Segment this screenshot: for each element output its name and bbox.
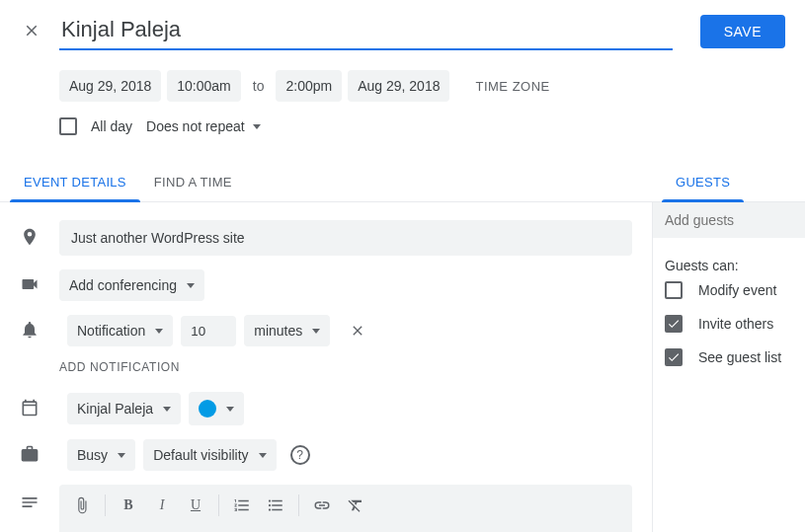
link-button[interactable] [307,491,337,520]
chevron-down-icon [163,407,171,412]
chevron-down-icon [226,407,234,412]
toolbar-divider [298,494,299,516]
conferencing-dropdown[interactable]: Add conferencing [59,269,204,301]
modify-event-checkbox[interactable] [665,281,683,299]
bullet-list-button[interactable] [261,491,290,520]
start-time-picker[interactable]: 10:00am [167,70,240,102]
invite-others-label: Invite others [698,316,773,332]
attach-button[interactable] [67,491,97,520]
chevron-down-icon [312,329,320,334]
tab-find-a-time[interactable]: FIND A TIME [140,165,246,201]
toolbar-divider [218,494,219,516]
calendar-icon [20,398,40,420]
event-color-dropdown[interactable] [189,392,244,425]
toolbar-divider [105,494,106,516]
notification-amount-input[interactable] [181,316,236,346]
to-label: to [247,78,271,94]
chevron-down-icon [155,329,163,334]
location-input[interactable] [59,220,632,256]
bold-button[interactable]: B [114,491,143,520]
tab-event-details[interactable]: EVENT DETAILS [10,165,140,201]
chevron-down-icon [187,283,195,288]
calendar-owner-label: Kinjal Paleja [77,401,153,417]
availability-dropdown[interactable]: Busy [67,439,135,471]
modify-event-label: Modify event [698,282,776,298]
end-time-picker[interactable]: 2:00pm [276,70,342,102]
allday-checkbox[interactable] [59,117,77,135]
chevron-down-icon [259,453,267,458]
recurrence-dropdown[interactable]: Does not repeat [146,118,261,134]
chevron-down-icon [253,124,261,129]
event-title-input[interactable] [59,15,673,50]
see-guest-list-label: See guest list [698,349,781,365]
timezone-button[interactable]: TIME ZONE [475,79,549,94]
italic-button[interactable]: I [147,491,177,520]
add-guests-input[interactable] [653,202,805,238]
recurrence-label: Does not repeat [146,118,245,134]
see-guest-list-checkbox[interactable] [665,348,683,366]
remove-notification-button[interactable] [346,319,369,342]
notification-unit-dropdown[interactable]: minutes [244,315,330,346]
description-toolbar: B I U [59,485,632,526]
close-icon[interactable] [20,19,43,42]
visibility-dropdown[interactable]: Default visibility [143,439,276,471]
add-notification-button[interactable]: ADD NOTIFICATION [0,360,652,392]
save-button[interactable]: SAVE [700,15,785,48]
calendar-owner-dropdown[interactable]: Kinjal Paleja [67,393,181,424]
chevron-down-icon [118,453,125,458]
color-dot [199,400,216,418]
briefcase-icon [20,444,40,467]
underline-button[interactable]: U [181,491,210,520]
visibility-label: Default visibility [153,447,248,463]
location-icon [20,227,40,250]
description-textarea[interactable]: Valentines Cake, Valentines Cake(QTY: 1)… [59,526,632,532]
bell-icon [20,320,40,342]
numbered-list-button[interactable] [227,491,257,520]
notification-type-dropdown[interactable]: Notification [67,315,173,346]
description-icon [20,493,40,515]
clear-format-button[interactable] [341,491,370,520]
end-date-picker[interactable]: Aug 29, 2018 [348,70,449,102]
notification-type-label: Notification [77,323,145,339]
conferencing-label: Add conferencing [69,277,177,293]
allday-label: All day [91,118,132,134]
invite-others-checkbox[interactable] [665,315,683,333]
guests-can-label: Guests can: [665,258,793,273]
availability-label: Busy [77,447,108,463]
video-icon [20,274,40,297]
start-date-picker[interactable]: Aug 29, 2018 [59,70,161,102]
help-icon[interactable]: ? [290,445,310,465]
notification-unit-label: minutes [254,323,302,339]
tab-guests[interactable]: GUESTS [662,165,744,201]
